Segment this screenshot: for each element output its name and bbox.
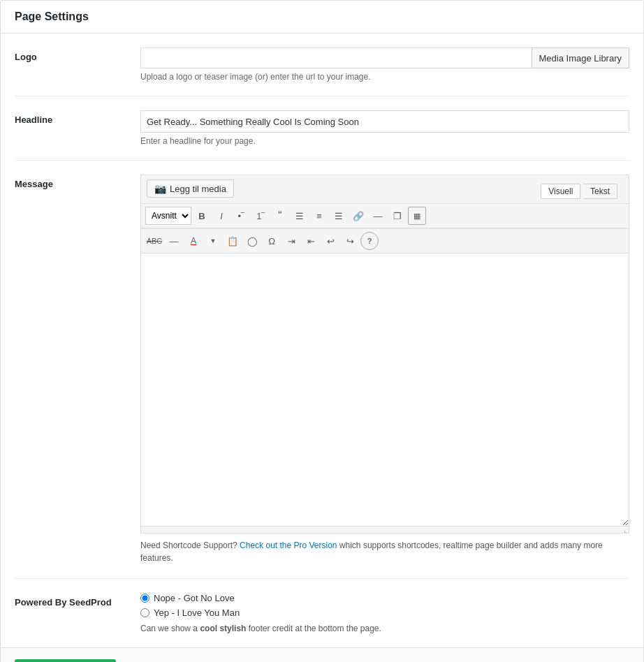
tab-visuell[interactable]: Visuell: [541, 184, 580, 199]
radio-yep-label[interactable]: Yep - I Love You Man: [140, 608, 629, 618]
align-left-button[interactable]: ☰: [291, 207, 309, 225]
save-row: Save All Changes: [1, 647, 643, 662]
bold-button[interactable]: B: [193, 207, 211, 225]
powered-hint-pre: Can we show a: [140, 624, 200, 633]
redo-button[interactable]: ↪: [341, 232, 359, 250]
message-field: 📷 Legg til media Visuell Tekst Avsnitt: [140, 175, 629, 564]
unordered-list-button[interactable]: •‾: [232, 207, 250, 225]
editor-body[interactable]: [141, 253, 629, 526]
powered-hint: Can we show a cool stylish footer credit…: [140, 624, 629, 633]
view-tabs: Visuell Tekst: [541, 184, 617, 199]
powered-hint-bold: cool stylish: [200, 624, 246, 633]
headline-row: Headline Enter a headline for your page.: [15, 96, 629, 161]
headline-hint: Enter a headline for your page.: [140, 136, 629, 146]
powered-label: Powered By SeedProd: [15, 593, 140, 608]
logo-label: Logo: [15, 47, 140, 62]
logo-url-input[interactable]: [140, 47, 532, 68]
radio-yep[interactable]: [140, 608, 149, 617]
shortcode-hint-pre: Need Shortcode Support?: [140, 540, 237, 550]
message-row: Message 📷 Legg til media Visuell Tekst: [15, 161, 629, 579]
message-label: Message: [15, 175, 140, 189]
help-button[interactable]: ?: [360, 232, 379, 250]
headline-label: Headline: [15, 110, 140, 125]
link-button[interactable]: 🔗: [349, 207, 367, 225]
radio-group: Nope - Got No Love Yep - I Love You Man: [140, 593, 629, 618]
tab-tekst[interactable]: Tekst: [583, 184, 617, 199]
powered-row: Powered By SeedProd Nope - Got No Love Y…: [15, 579, 629, 647]
blockquote-button[interactable]: “: [271, 207, 289, 225]
add-media-bar: 📷 Legg til media Visuell Tekst: [141, 175, 629, 204]
align-center-button[interactable]: ≡: [310, 207, 328, 225]
page-header: Page Settings: [1, 1, 643, 34]
horizontal-rule-button[interactable]: —: [165, 232, 183, 250]
page-settings-panel: Page Settings Logo Media Image Library U…: [0, 0, 644, 662]
headline-input[interactable]: [140, 110, 629, 133]
radio-nope-text: Nope - Got No Love: [154, 593, 235, 603]
italic-button[interactable]: I: [212, 207, 230, 225]
undo-button[interactable]: ↩: [321, 232, 339, 250]
resize-handle-icon: ⌞: [624, 526, 627, 534]
font-color-arrow-button[interactable]: ▼: [204, 232, 222, 250]
logo-input-row: Media Image Library: [140, 47, 629, 68]
paste-button[interactable]: 📋: [224, 232, 242, 250]
save-all-button[interactable]: Save All Changes: [15, 659, 116, 662]
radio-nope[interactable]: [140, 594, 149, 603]
page-title: Page Settings: [15, 10, 629, 23]
media-library-button[interactable]: Media Image Library: [532, 47, 630, 68]
indent-button[interactable]: ⇥: [282, 232, 300, 250]
add-media-label: Legg til media: [170, 184, 226, 194]
fullscreen-button[interactable]: ❐: [388, 207, 407, 225]
toolbar-row-2: ABC — A ▼ 📋 ◯ Ω ⇥ ⇤ ↩ ↪ ?: [141, 228, 629, 253]
outdent-button[interactable]: ⇤: [302, 232, 320, 250]
editor-outer: 📷 Legg til media Visuell Tekst Avsnitt: [140, 175, 629, 534]
omega-button[interactable]: Ω: [263, 232, 281, 250]
logo-row: Logo Media Image Library Upload a logo o…: [15, 34, 629, 96]
camera-icon: 📷: [154, 183, 166, 194]
clear-link-button[interactable]: ◯: [243, 232, 261, 250]
ordered-list-button[interactable]: 1‾: [251, 207, 270, 225]
radio-nope-label[interactable]: Nope - Got No Love: [140, 593, 629, 603]
shortcode-hint: Need Shortcode Support? Check out the Pr…: [140, 539, 629, 564]
logo-hint: Upload a logo or teaser image (or) enter…: [140, 72, 629, 82]
radio-yep-text: Yep - I Love You Man: [154, 608, 240, 618]
add-media-button[interactable]: 📷 Legg til media: [147, 179, 234, 198]
settings-table: Logo Media Image Library Upload a logo o…: [1, 34, 643, 647]
format-select[interactable]: Avsnitt: [145, 207, 191, 225]
strikethrough-button[interactable]: ABC: [145, 232, 163, 250]
shortcode-link[interactable]: Check out the Pro Version: [240, 540, 337, 550]
table-button[interactable]: ▦: [408, 207, 426, 225]
powered-field: Nope - Got No Love Yep - I Love You Man …: [140, 593, 629, 633]
headline-field: Enter a headline for your page.: [140, 110, 629, 146]
powered-hint-post: footer credit at the bottom the page.: [246, 624, 381, 633]
align-right-button[interactable]: ☰: [330, 207, 348, 225]
more-button[interactable]: ―: [369, 207, 387, 225]
font-color-button[interactable]: A: [184, 232, 203, 250]
toolbar-row-1: Avsnitt B I •‾ 1‾ “ ☰ ≡ ☰ 🔗 ― ❐ ▦: [141, 204, 629, 228]
logo-field: Media Image Library Upload a logo or tea…: [140, 47, 629, 82]
editor-resize: ⌞: [141, 526, 629, 533]
